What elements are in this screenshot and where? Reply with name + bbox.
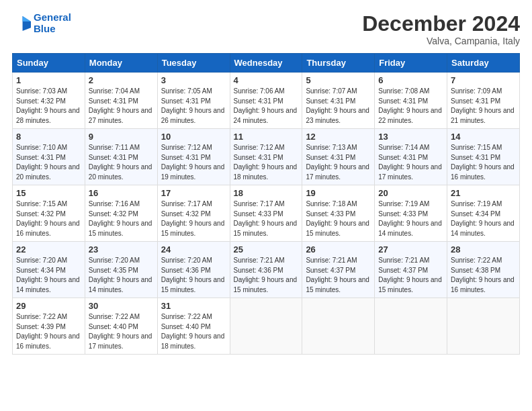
sunset-label: Sunset: bbox=[378, 154, 403, 161]
day-number: 26 bbox=[306, 244, 371, 255]
sunset-value: 4:33 PM bbox=[258, 210, 283, 218]
sunset-value: 4:36 PM bbox=[185, 267, 210, 274]
day-info: Sunrise: 7:21 AM Sunset: 4:37 PM Dayligh… bbox=[306, 256, 371, 295]
sunset-label: Sunset: bbox=[161, 154, 186, 161]
calendar-week-row: 8 Sunrise: 7:10 AM Sunset: 4:31 PM Dayli… bbox=[13, 129, 520, 185]
calendar-table: SundayMondayTuesdayWednesdayThursdayFrid… bbox=[12, 53, 520, 355]
calendar-day-cell: 27 Sunrise: 7:21 AM Sunset: 4:37 PM Dayl… bbox=[375, 242, 447, 298]
calendar-day-header: Saturday bbox=[447, 54, 520, 73]
daylight-label: Daylight: bbox=[161, 276, 189, 283]
sunrise-value: 7:10 AM bbox=[42, 144, 67, 151]
daylight-label: Daylight: bbox=[161, 332, 189, 340]
calendar-day-cell: 26 Sunrise: 7:21 AM Sunset: 4:37 PM Dayl… bbox=[302, 242, 375, 298]
sunset-label: Sunset: bbox=[89, 267, 114, 274]
calendar-day-cell: 28 Sunrise: 7:22 AM Sunset: 4:38 PM Dayl… bbox=[447, 242, 520, 298]
month-title: December 2024 bbox=[362, 12, 520, 36]
calendar-day-cell bbox=[230, 298, 302, 355]
calendar-day-cell: 5 Sunrise: 7:07 AM Sunset: 4:31 PM Dayli… bbox=[302, 73, 375, 129]
sunset-label: Sunset: bbox=[451, 97, 476, 105]
sunset-label: Sunset: bbox=[234, 97, 259, 105]
sunset-value: 4:31 PM bbox=[185, 154, 210, 161]
calendar-day-cell: 12 Sunrise: 7:13 AM Sunset: 4:31 PM Dayl… bbox=[302, 129, 375, 185]
daylight-label: Daylight: bbox=[451, 107, 479, 114]
daylight-label: Daylight: bbox=[306, 107, 334, 114]
day-number: 7 bbox=[451, 75, 516, 85]
day-number: 15 bbox=[16, 188, 81, 198]
daylight-label: Daylight: bbox=[234, 220, 262, 227]
sunrise-value: 7:08 AM bbox=[405, 87, 430, 95]
day-info: Sunrise: 7:06 AM Sunset: 4:31 PM Dayligh… bbox=[234, 87, 299, 126]
sunrise-label: Sunrise: bbox=[234, 257, 260, 264]
sunrise-value: 7:21 AM bbox=[405, 257, 430, 264]
sunrise-label: Sunrise: bbox=[378, 144, 404, 151]
daylight-label: Daylight: bbox=[161, 163, 189, 171]
calendar-day-cell bbox=[447, 298, 520, 355]
day-number: 6 bbox=[378, 75, 443, 85]
sunset-value: 4:32 PM bbox=[41, 210, 66, 218]
day-info: Sunrise: 7:12 AM Sunset: 4:31 PM Dayligh… bbox=[234, 143, 299, 182]
daylight-label: Daylight: bbox=[378, 163, 406, 171]
day-number: 17 bbox=[161, 188, 226, 198]
sunrise-label: Sunrise: bbox=[16, 87, 42, 95]
sunrise-value: 7:20 AM bbox=[42, 257, 67, 264]
sunset-value: 4:33 PM bbox=[403, 210, 428, 218]
day-info: Sunrise: 7:21 AM Sunset: 4:36 PM Dayligh… bbox=[234, 256, 299, 295]
daylight-label: Daylight: bbox=[89, 163, 117, 171]
daylight-label: Daylight: bbox=[16, 220, 44, 227]
sunset-value: 4:34 PM bbox=[41, 267, 66, 274]
daylight-label: Daylight: bbox=[451, 163, 479, 171]
logo-icon bbox=[12, 14, 31, 33]
sunrise-value: 7:17 AM bbox=[260, 200, 285, 208]
calendar-day-cell: 22 Sunrise: 7:20 AM Sunset: 4:34 PM Dayl… bbox=[13, 242, 85, 298]
calendar-day-cell: 31 Sunrise: 7:22 AM Sunset: 4:40 PM Dayl… bbox=[157, 298, 230, 355]
sunrise-label: Sunrise: bbox=[161, 87, 187, 95]
daylight-label: Daylight: bbox=[16, 163, 44, 171]
sunset-label: Sunset: bbox=[306, 210, 330, 218]
sunrise-label: Sunrise: bbox=[16, 257, 42, 264]
header: General Blue December 2024 Valva, Campan… bbox=[12, 12, 520, 46]
calendar-day-cell: 23 Sunrise: 7:20 AM Sunset: 4:35 PM Dayl… bbox=[85, 242, 157, 298]
sunrise-value: 7:17 AM bbox=[187, 200, 212, 208]
sunset-value: 4:31 PM bbox=[185, 97, 210, 105]
day-number: 14 bbox=[451, 132, 516, 142]
day-number: 25 bbox=[234, 244, 299, 255]
sunrise-value: 7:03 AM bbox=[42, 87, 67, 95]
day-info: Sunrise: 7:17 AM Sunset: 4:32 PM Dayligh… bbox=[161, 199, 226, 238]
daylight-label: Daylight: bbox=[16, 107, 44, 114]
sunset-value: 4:39 PM bbox=[41, 323, 66, 330]
calendar-day-cell bbox=[302, 298, 375, 355]
logo-line2: Blue bbox=[34, 23, 56, 34]
calendar-day-cell: 3 Sunrise: 7:05 AM Sunset: 4:31 PM Dayli… bbox=[157, 73, 230, 129]
sunset-label: Sunset: bbox=[89, 210, 114, 218]
sunrise-value: 7:14 AM bbox=[405, 144, 430, 151]
day-info: Sunrise: 7:21 AM Sunset: 4:37 PM Dayligh… bbox=[378, 256, 443, 295]
daylight-label: Daylight: bbox=[16, 276, 44, 283]
sunset-value: 4:31 PM bbox=[330, 154, 355, 161]
sunrise-label: Sunrise: bbox=[161, 200, 187, 208]
day-info: Sunrise: 7:12 AM Sunset: 4:31 PM Dayligh… bbox=[161, 143, 226, 182]
calendar-week-row: 29 Sunrise: 7:22 AM Sunset: 4:39 PM Dayl… bbox=[13, 298, 520, 355]
daylight-label: Daylight: bbox=[451, 220, 479, 227]
day-number: 29 bbox=[16, 301, 81, 311]
sunrise-label: Sunrise: bbox=[89, 257, 115, 264]
sunset-value: 4:32 PM bbox=[185, 210, 210, 218]
day-info: Sunrise: 7:10 AM Sunset: 4:31 PM Dayligh… bbox=[16, 143, 81, 182]
sunset-value: 4:31 PM bbox=[403, 154, 428, 161]
sunrise-value: 7:15 AM bbox=[42, 200, 67, 208]
calendar-day-cell: 21 Sunrise: 7:19 AM Sunset: 4:34 PM Dayl… bbox=[447, 185, 520, 242]
calendar-day-cell: 1 Sunrise: 7:03 AM Sunset: 4:32 PM Dayli… bbox=[13, 73, 85, 129]
daylight-label: Daylight: bbox=[234, 276, 262, 283]
daylight-label: Daylight: bbox=[378, 107, 406, 114]
daylight-label: Daylight: bbox=[161, 220, 189, 227]
day-info: Sunrise: 7:15 AM Sunset: 4:32 PM Dayligh… bbox=[16, 199, 81, 238]
day-info: Sunrise: 7:14 AM Sunset: 4:31 PM Dayligh… bbox=[378, 143, 443, 182]
calendar-day-header: Thursday bbox=[302, 54, 375, 73]
sunset-value: 4:38 PM bbox=[476, 267, 500, 274]
day-info: Sunrise: 7:16 AM Sunset: 4:32 PM Dayligh… bbox=[89, 199, 154, 238]
daylight-label: Daylight: bbox=[306, 220, 334, 227]
day-number: 11 bbox=[234, 132, 299, 142]
sunrise-label: Sunrise: bbox=[161, 313, 187, 320]
sunrise-label: Sunrise: bbox=[306, 144, 332, 151]
day-number: 10 bbox=[161, 132, 226, 142]
sunrise-label: Sunrise: bbox=[234, 87, 260, 95]
